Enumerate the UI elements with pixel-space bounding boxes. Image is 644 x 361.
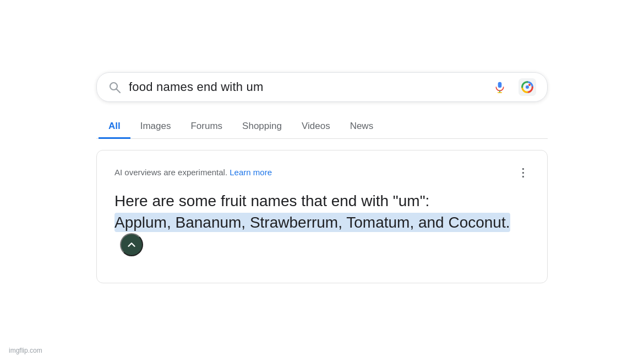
microphone-icon[interactable] [491, 78, 509, 96]
ai-heading: Here are some fruit names that end with … [114, 192, 429, 209]
tab-forums[interactable]: Forums [181, 115, 232, 139]
search-bar: food names end with um [96, 72, 548, 102]
google-lens-icon[interactable] [519, 78, 536, 96]
watermark: imgflip.com [9, 347, 42, 354]
ai-notice-label: AI overviews are experimental. [114, 168, 227, 177]
ai-main-content: Here are some fruit names that end with … [114, 190, 530, 257]
google-search-page: food names end with um [74, 56, 570, 306]
svg-point-7 [526, 85, 529, 89]
collapse-button[interactable] [120, 233, 143, 256]
tab-images[interactable]: Images [130, 115, 181, 139]
ai-highlighted-text: Applum, Bananum, Strawberrum, Tomatum, a… [114, 213, 510, 232]
search-tabs: All Images Forums Shopping Videos News [96, 115, 548, 139]
svg-line-1 [117, 89, 121, 93]
tab-all[interactable]: All [99, 115, 130, 139]
ai-highlighted-content: Applum, Bananum, Strawberrum, Tomatum, a… [114, 214, 510, 231]
ai-notice-text: AI overviews are experimental. Learn mor… [114, 168, 272, 177]
learn-more-link[interactable]: Learn more [230, 168, 272, 177]
tab-videos[interactable]: Videos [292, 115, 340, 139]
tab-news[interactable]: News [340, 115, 384, 139]
ai-notice-row: AI overviews are experimental. Learn mor… [114, 166, 530, 179]
search-query-text: food names end with um [129, 80, 483, 94]
search-icon [108, 80, 121, 94]
more-options-icon[interactable]: ⋮ [517, 166, 530, 179]
ai-overview-box: AI overviews are experimental. Learn mor… [96, 150, 548, 284]
svg-point-8 [528, 84, 531, 86]
tab-shopping[interactable]: Shopping [232, 115, 292, 139]
svg-rect-3 [498, 82, 502, 88]
